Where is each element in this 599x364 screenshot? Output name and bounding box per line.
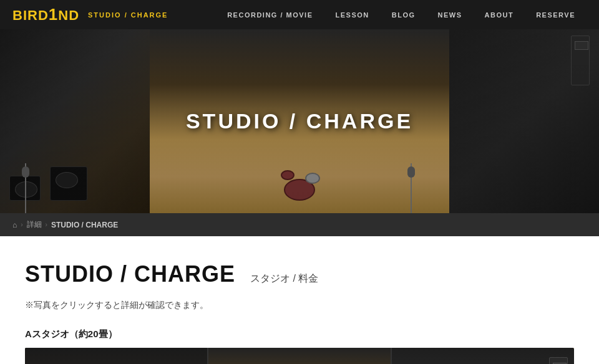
studio-image-strip[interactable] bbox=[25, 348, 574, 364]
nav-reserve[interactable]: RESERVE bbox=[525, 0, 587, 29]
hero-section: STUDIO / CHARGE bbox=[0, 29, 599, 213]
nav-about[interactable]: ABOUT bbox=[474, 0, 525, 29]
breadcrumb-sep-1: › bbox=[21, 221, 22, 228]
nav-recording[interactable]: RECORDING / MOVIE bbox=[216, 0, 324, 29]
nav-active-label: STUDIO / CHARGE bbox=[88, 11, 168, 19]
studio-image-left[interactable] bbox=[25, 348, 208, 364]
studio-image-right[interactable] bbox=[392, 348, 574, 364]
nav-lesson[interactable]: LESSON bbox=[324, 0, 381, 29]
studio-rack-right bbox=[549, 357, 568, 364]
site-header: BIRD1ND STUDIO / CHARGE RECORDING / MOVI… bbox=[0, 0, 599, 29]
breadcrumb-current: STUDIO / CHARGE bbox=[51, 221, 118, 229]
breadcrumb: ⌂ › 詳細 › STUDIO / CHARGE bbox=[0, 213, 599, 236]
studio-section-label: Aスタジオ（約20畳） bbox=[25, 328, 574, 340]
studio-image-center[interactable] bbox=[208, 348, 392, 364]
logo-wordmark: BIRD1ND bbox=[12, 5, 79, 24]
breadcrumb-sep-2: › bbox=[46, 221, 47, 228]
page-subtitle-japanese: スタジオ / 料金 bbox=[250, 272, 318, 285]
page-heading-row: STUDIO / CHARGE スタジオ / 料金 bbox=[25, 261, 574, 287]
breadcrumb-detail[interactable]: 詳細 bbox=[27, 219, 42, 230]
home-icon: ⌂ bbox=[12, 221, 17, 229]
site-logo[interactable]: BIRD1ND STUDIO / CHARGE bbox=[12, 5, 168, 24]
main-content: STUDIO / CHARGE スタジオ / 料金 ※写真をクリックすると詳細が… bbox=[0, 236, 599, 364]
logo-nd: ND bbox=[58, 7, 79, 23]
nav-blog[interactable]: BLOG bbox=[381, 0, 427, 29]
hero-title: STUDIO / CHARGE bbox=[186, 109, 413, 133]
page-title: STUDIO / CHARGE bbox=[25, 261, 235, 287]
logo-bird: BIRD bbox=[12, 7, 49, 23]
logo-one: 1 bbox=[49, 5, 58, 24]
nav-news[interactable]: NEWS bbox=[427, 0, 474, 29]
click-note: ※写真をクリックすると詳細が確認できます。 bbox=[25, 300, 574, 311]
hero-title-container: STUDIO / CHARGE bbox=[0, 29, 599, 213]
main-nav: RECORDING / MOVIE LESSON BLOG NEWS ABOUT… bbox=[168, 0, 587, 29]
breadcrumb-home[interactable]: ⌂ bbox=[12, 221, 17, 229]
